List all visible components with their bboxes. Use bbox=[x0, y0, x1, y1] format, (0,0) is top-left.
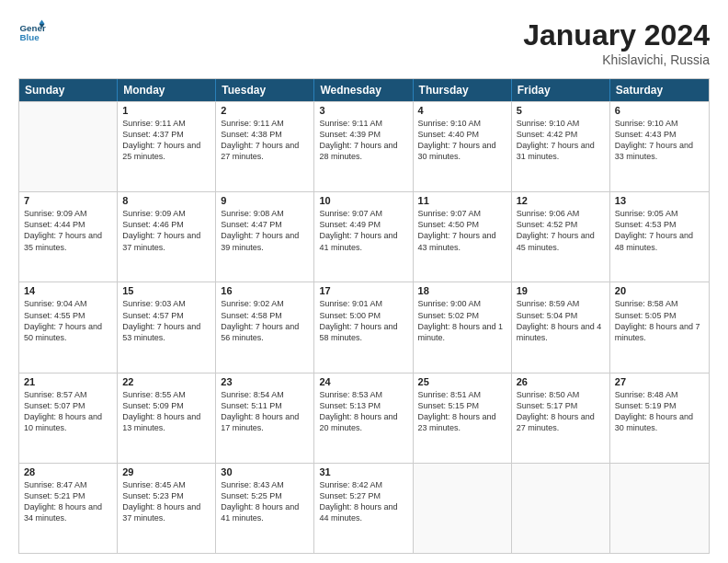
day-number: 28 bbox=[24, 466, 112, 477]
cell-info: Sunrise: 9:00 AM Sunset: 5:02 PM Dayligh… bbox=[418, 298, 506, 343]
calendar-cell: 15Sunrise: 9:03 AM Sunset: 4:57 PM Dayli… bbox=[118, 282, 216, 372]
calendar-row-2: 7Sunrise: 9:09 AM Sunset: 4:44 PM Daylig… bbox=[19, 191, 709, 282]
day-number: 24 bbox=[319, 376, 407, 387]
day-number: 22 bbox=[122, 376, 210, 387]
cell-info: Sunrise: 8:43 AM Sunset: 5:25 PM Dayligh… bbox=[221, 479, 309, 524]
cell-info: Sunrise: 8:50 AM Sunset: 5:17 PM Dayligh… bbox=[517, 389, 605, 434]
svg-text:Blue: Blue bbox=[20, 32, 40, 42]
day-number: 16 bbox=[221, 285, 309, 296]
calendar-cell: 31Sunrise: 8:42 AM Sunset: 5:27 PM Dayli… bbox=[314, 464, 413, 553]
calendar-row-3: 14Sunrise: 9:04 AM Sunset: 4:55 PM Dayli… bbox=[19, 282, 709, 372]
day-number: 3 bbox=[319, 105, 407, 116]
cell-info: Sunrise: 8:58 AM Sunset: 5:05 PM Dayligh… bbox=[615, 298, 704, 343]
day-number: 20 bbox=[615, 285, 704, 296]
cell-info: Sunrise: 8:48 AM Sunset: 5:19 PM Dayligh… bbox=[615, 389, 704, 434]
day-number: 19 bbox=[517, 285, 605, 296]
calendar-cell: 17Sunrise: 9:01 AM Sunset: 5:00 PM Dayli… bbox=[314, 282, 413, 372]
calendar-cell: 19Sunrise: 8:59 AM Sunset: 5:04 PM Dayli… bbox=[512, 282, 610, 372]
calendar-cell: 1Sunrise: 9:11 AM Sunset: 4:37 PM Daylig… bbox=[118, 102, 216, 191]
weekday-header-wednesday: Wednesday bbox=[314, 79, 413, 101]
day-number: 17 bbox=[319, 285, 407, 296]
header: General Blue January 2024 Khislavichi, R… bbox=[18, 18, 710, 67]
cell-info: Sunrise: 9:11 AM Sunset: 4:37 PM Dayligh… bbox=[122, 118, 210, 163]
day-number: 10 bbox=[319, 195, 407, 206]
calendar-cell bbox=[414, 464, 512, 553]
calendar: SundayMondayTuesdayWednesdayThursdayFrid… bbox=[18, 78, 710, 554]
day-number: 13 bbox=[615, 195, 704, 206]
day-number: 4 bbox=[418, 105, 506, 116]
cell-info: Sunrise: 8:57 AM Sunset: 5:07 PM Dayligh… bbox=[24, 389, 112, 434]
calendar-body: 1Sunrise: 9:11 AM Sunset: 4:37 PM Daylig… bbox=[19, 101, 709, 553]
weekday-header-saturday: Saturday bbox=[610, 79, 709, 101]
day-number: 11 bbox=[418, 195, 506, 206]
calendar-cell: 6Sunrise: 9:10 AM Sunset: 4:43 PM Daylig… bbox=[610, 102, 709, 191]
logo: General Blue bbox=[18, 18, 50, 46]
calendar-cell: 3Sunrise: 9:11 AM Sunset: 4:39 PM Daylig… bbox=[314, 102, 413, 191]
day-number: 23 bbox=[221, 376, 309, 387]
calendar-cell: 10Sunrise: 9:07 AM Sunset: 4:49 PM Dayli… bbox=[314, 192, 413, 282]
calendar-cell: 13Sunrise: 9:05 AM Sunset: 4:53 PM Dayli… bbox=[610, 192, 709, 282]
cell-info: Sunrise: 8:45 AM Sunset: 5:23 PM Dayligh… bbox=[122, 479, 210, 524]
cell-info: Sunrise: 9:05 AM Sunset: 4:53 PM Dayligh… bbox=[615, 208, 704, 253]
calendar-cell bbox=[19, 102, 118, 191]
calendar-cell: 30Sunrise: 8:43 AM Sunset: 5:25 PM Dayli… bbox=[216, 464, 314, 553]
day-number: 21 bbox=[24, 376, 112, 387]
weekday-header-sunday: Sunday bbox=[19, 79, 118, 101]
calendar-cell: 27Sunrise: 8:48 AM Sunset: 5:19 PM Dayli… bbox=[610, 373, 709, 463]
page: General Blue January 2024 Khislavichi, R… bbox=[0, 0, 728, 563]
cell-info: Sunrise: 8:51 AM Sunset: 5:15 PM Dayligh… bbox=[418, 389, 506, 434]
calendar-cell: 16Sunrise: 9:02 AM Sunset: 4:58 PM Dayli… bbox=[216, 282, 314, 372]
cell-info: Sunrise: 8:42 AM Sunset: 5:27 PM Dayligh… bbox=[319, 479, 407, 524]
calendar-header: SundayMondayTuesdayWednesdayThursdayFrid… bbox=[19, 79, 709, 101]
day-number: 6 bbox=[615, 105, 704, 116]
cell-info: Sunrise: 9:10 AM Sunset: 4:42 PM Dayligh… bbox=[517, 118, 605, 163]
calendar-cell: 8Sunrise: 9:09 AM Sunset: 4:46 PM Daylig… bbox=[118, 192, 216, 282]
weekday-header-tuesday: Tuesday bbox=[216, 79, 314, 101]
cell-info: Sunrise: 9:09 AM Sunset: 4:44 PM Dayligh… bbox=[24, 208, 112, 253]
day-number: 2 bbox=[221, 105, 309, 116]
day-number: 14 bbox=[24, 285, 112, 296]
day-number: 9 bbox=[221, 195, 309, 206]
calendar-cell: 11Sunrise: 9:07 AM Sunset: 4:50 PM Dayli… bbox=[414, 192, 512, 282]
calendar-cell: 18Sunrise: 9:00 AM Sunset: 5:02 PM Dayli… bbox=[414, 282, 512, 372]
cell-info: Sunrise: 8:59 AM Sunset: 5:04 PM Dayligh… bbox=[517, 298, 605, 343]
day-number: 5 bbox=[517, 105, 605, 116]
calendar-cell: 20Sunrise: 8:58 AM Sunset: 5:05 PM Dayli… bbox=[610, 282, 709, 372]
cell-info: Sunrise: 9:03 AM Sunset: 4:57 PM Dayligh… bbox=[122, 298, 210, 343]
title-block: January 2024 Khislavichi, Russia bbox=[523, 18, 710, 67]
svg-marker-2 bbox=[40, 20, 45, 25]
cell-info: Sunrise: 9:06 AM Sunset: 4:52 PM Dayligh… bbox=[517, 208, 605, 253]
cell-info: Sunrise: 9:04 AM Sunset: 4:55 PM Dayligh… bbox=[24, 298, 112, 343]
day-number: 15 bbox=[122, 285, 210, 296]
weekday-header-friday: Friday bbox=[512, 79, 610, 101]
day-number: 27 bbox=[615, 376, 704, 387]
cell-info: Sunrise: 9:10 AM Sunset: 4:43 PM Dayligh… bbox=[615, 118, 704, 163]
cell-info: Sunrise: 9:07 AM Sunset: 4:50 PM Dayligh… bbox=[418, 208, 506, 253]
calendar-row-4: 21Sunrise: 8:57 AM Sunset: 5:07 PM Dayli… bbox=[19, 373, 709, 463]
calendar-cell: 14Sunrise: 9:04 AM Sunset: 4:55 PM Dayli… bbox=[19, 282, 118, 372]
calendar-cell: 29Sunrise: 8:45 AM Sunset: 5:23 PM Dayli… bbox=[118, 464, 216, 553]
calendar-cell bbox=[610, 464, 709, 553]
cell-info: Sunrise: 9:09 AM Sunset: 4:46 PM Dayligh… bbox=[122, 208, 210, 253]
calendar-cell: 22Sunrise: 8:55 AM Sunset: 5:09 PM Dayli… bbox=[118, 373, 216, 463]
calendar-cell: 21Sunrise: 8:57 AM Sunset: 5:07 PM Dayli… bbox=[19, 373, 118, 463]
calendar-cell: 5Sunrise: 9:10 AM Sunset: 4:42 PM Daylig… bbox=[512, 102, 610, 191]
cell-info: Sunrise: 9:07 AM Sunset: 4:49 PM Dayligh… bbox=[319, 208, 407, 253]
month-title: January 2024 bbox=[523, 18, 710, 52]
weekday-header-thursday: Thursday bbox=[414, 79, 512, 101]
calendar-cell: 7Sunrise: 9:09 AM Sunset: 4:44 PM Daylig… bbox=[19, 192, 118, 282]
calendar-cell: 28Sunrise: 8:47 AM Sunset: 5:21 PM Dayli… bbox=[19, 464, 118, 553]
calendar-row-1: 1Sunrise: 9:11 AM Sunset: 4:37 PM Daylig… bbox=[19, 101, 709, 191]
day-number: 18 bbox=[418, 285, 506, 296]
cell-info: Sunrise: 8:53 AM Sunset: 5:13 PM Dayligh… bbox=[319, 389, 407, 434]
calendar-cell bbox=[512, 464, 610, 553]
day-number: 29 bbox=[122, 466, 210, 477]
day-number: 25 bbox=[418, 376, 506, 387]
day-number: 1 bbox=[122, 105, 210, 116]
cell-info: Sunrise: 9:08 AM Sunset: 4:47 PM Dayligh… bbox=[221, 208, 309, 253]
day-number: 12 bbox=[517, 195, 605, 206]
cell-info: Sunrise: 8:55 AM Sunset: 5:09 PM Dayligh… bbox=[122, 389, 210, 434]
calendar-cell: 23Sunrise: 8:54 AM Sunset: 5:11 PM Dayli… bbox=[216, 373, 314, 463]
cell-info: Sunrise: 9:11 AM Sunset: 4:38 PM Dayligh… bbox=[221, 118, 309, 163]
calendar-cell: 2Sunrise: 9:11 AM Sunset: 4:38 PM Daylig… bbox=[216, 102, 314, 191]
